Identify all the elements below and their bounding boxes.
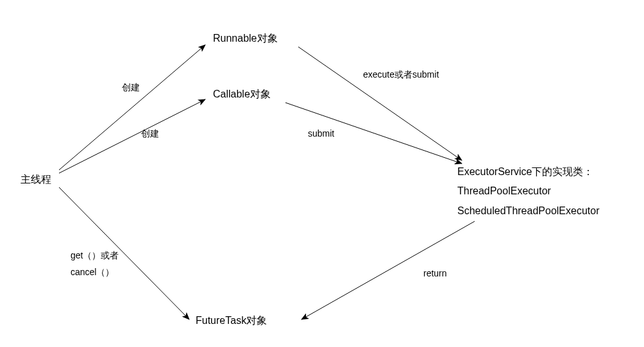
label-create-callable: 创建 [141,128,159,140]
svg-line-2 [298,47,462,160]
svg-line-5 [301,221,475,319]
node-executor-service: ExecutorService下的实现类： ThreadPoolExecutor… [457,162,599,221]
node-futuretask: FutureTask对象 [196,314,267,328]
node-runnable: Runnable对象 [213,32,278,46]
executor-line2: ThreadPoolExecutor [457,182,599,201]
svg-line-1 [59,99,205,173]
executor-line1: ExecutorService下的实现类： [457,162,599,182]
label-execute-or-submit: execute或者submit [363,69,439,81]
node-main-thread: 主线程 [21,173,51,187]
label-return: return [423,268,447,278]
label-submit: submit [308,128,334,139]
label-get: get（）或者 [71,250,119,262]
node-callable: Callable对象 [213,88,271,101]
executor-line3: ScheduledThreadPoolExecutor [457,201,599,221]
label-cancel: cancel（） [71,267,114,278]
svg-line-0 [59,45,205,170]
label-create-runnable: 创建 [122,82,140,94]
